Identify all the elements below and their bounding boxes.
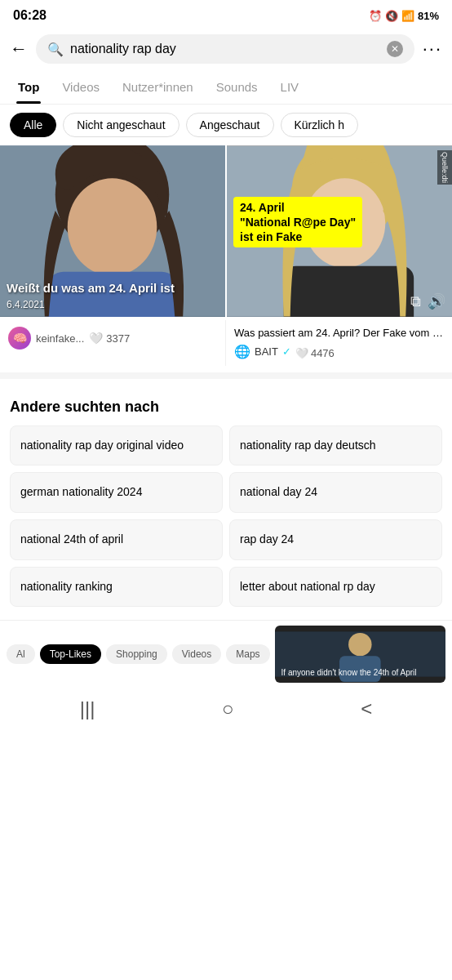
- search-chip-nat-ranking[interactable]: nationality ranking: [10, 567, 223, 608]
- alarm-icon: ⏰: [369, 10, 382, 22]
- nav-back-icon[interactable]: <: [361, 697, 372, 720]
- mute-icon: 🔇: [385, 10, 398, 22]
- channel-row-right: 🌐 BAIT ✓ 🤍 4476: [234, 344, 444, 359]
- search-icon: 🔍: [47, 42, 64, 57]
- video-info-right: Was passiert am 24. April? Der Fake vom …: [226, 320, 452, 366]
- clear-icon: ✕: [391, 43, 399, 55]
- search-chip-letter-nat[interactable]: letter about national rp day: [229, 567, 442, 608]
- username-left: keinfake...: [36, 332, 84, 345]
- back-button[interactable]: ←: [10, 38, 28, 60]
- more-options-button[interactable]: ···: [423, 38, 442, 60]
- search-suggestions-grid: nationality rap day original video natio…: [10, 425, 442, 607]
- tab-sounds[interactable]: Sounds: [205, 70, 269, 104]
- video-overlay-right: 24. April"National R@pe Day"ist ein Fake…: [227, 145, 452, 317]
- clear-button[interactable]: ✕: [387, 41, 403, 57]
- subtitle-icon: ⧉: [410, 293, 421, 310]
- video-desc-right: Was passiert am 24. April? Der Fake vom …: [234, 327, 444, 341]
- bottom-chip-videos[interactable]: Videos: [172, 644, 221, 664]
- status-time: 06:28: [13, 8, 47, 23]
- filter-angeschaut[interactable]: Angeschaut: [186, 113, 274, 137]
- section-separator: [0, 372, 452, 379]
- other-searches-section: Andere suchten nach nationality rap day …: [0, 385, 452, 613]
- search-chip-nrd-deutsch[interactable]: nationality rap day deutsch: [229, 425, 442, 466]
- filter-bar: Alle Nicht angeschaut Angeschaut Kürzlic…: [0, 105, 452, 145]
- heart-icon-right: 🤍: [295, 347, 308, 359]
- search-bar: ← 🔍 nationality rap day ✕ ···: [0, 28, 452, 70]
- like-count-right: 🤍 4476: [295, 347, 335, 359]
- bottom-chip-maps[interactable]: Maps: [226, 644, 269, 664]
- bottom-chip-shopping[interactable]: Shopping: [106, 644, 167, 664]
- video-date-left: 6.4.2021: [7, 299, 219, 310]
- search-chip-nat-day24[interactable]: national day 24: [229, 472, 442, 513]
- video-grid: Weißt du was am 24. April ist 6.4.2021: [0, 145, 452, 320]
- verified-badge-right: ✓: [282, 345, 291, 358]
- video-card-left[interactable]: Weißt du was am 24. April ist 6.4.2021: [0, 145, 225, 317]
- globe-icon: 🌐: [234, 344, 250, 359]
- nav-bar: ||| ○ <: [0, 688, 452, 737]
- bottom-video-preview[interactable]: If anyone didn't know the 24th of April: [275, 626, 445, 683]
- like-count-left: 🤍 3377: [89, 332, 130, 345]
- nav-circle-icon[interactable]: ○: [222, 697, 234, 720]
- preview-text: If anyone didn't know the 24th of April: [281, 667, 417, 678]
- heart-icon-left: 🤍: [89, 332, 103, 345]
- status-icons: ⏰ 🔇 📶 81%: [369, 10, 439, 22]
- video-info-left: 🧠 keinfake... 🤍 3377: [0, 320, 226, 366]
- tab-top[interactable]: Top: [7, 70, 51, 104]
- nav-home-icon[interactable]: |||: [80, 697, 95, 720]
- bottom-chip-toplikes[interactable]: Top-Likes: [40, 644, 101, 664]
- tab-bar: Top Videos Nutzer*innen Sounds LIV: [0, 70, 452, 105]
- video-overlay-left: Weißt du was am 24. April ist 6.4.2021: [0, 145, 225, 317]
- video-thumbnail-left: Weißt du was am 24. April ist 6.4.2021: [0, 145, 225, 317]
- signal-icon: 📶: [401, 10, 414, 22]
- filter-kuerzlich[interactable]: Kürzlich h: [281, 113, 358, 137]
- video-info-row: 🧠 keinfake... 🤍 3377 Was passiert am 24.…: [0, 320, 452, 366]
- search-input-wrapper[interactable]: 🔍 nationality rap day ✕: [36, 34, 414, 64]
- volume-icon: 🔊: [428, 292, 445, 310]
- video-title-left: Weißt du was am 24. April ist: [7, 280, 219, 296]
- video-icons-right: ⧉ 🔊: [233, 292, 445, 310]
- video-user-left: 🧠 keinfake... 🤍 3377: [8, 327, 217, 350]
- other-searches-title: Andere suchten nach: [10, 399, 442, 416]
- search-query: nationality rap day: [70, 42, 380, 56]
- status-bar: 06:28 ⏰ 🔇 📶 81%: [0, 0, 452, 28]
- tab-live[interactable]: LIV: [269, 70, 311, 104]
- video-badge-right: 24. April"National R@pe Day"ist ein Fake: [233, 197, 362, 248]
- search-chip-german-nat[interactable]: german nationality 2024: [10, 472, 223, 513]
- svg-point-11: [348, 633, 371, 656]
- filter-nicht-angeschaut[interactable]: Nicht angeschaut: [63, 113, 179, 137]
- video-card-right[interactable]: Quelle:dti 24. April"National R@pe Day"i…: [227, 145, 452, 317]
- search-chip-nrd-orig[interactable]: nationality rap day original video: [10, 425, 223, 466]
- bottom-bar: Al Top-Likes Shopping Videos Maps: [0, 620, 452, 688]
- video-thumbnail-right: Quelle:dti 24. April"National R@pe Day"i…: [227, 145, 452, 317]
- avatar-left: 🧠: [8, 327, 31, 350]
- channel-name-right: BAIT: [255, 345, 278, 358]
- tab-nutzer[interactable]: Nutzer*innen: [111, 70, 205, 104]
- filter-alle[interactable]: Alle: [10, 113, 56, 137]
- tab-videos[interactable]: Videos: [51, 70, 111, 104]
- search-chip-rap-day24[interactable]: rap day 24: [229, 519, 442, 560]
- bottom-chip-al[interactable]: Al: [7, 644, 35, 664]
- battery-level: 81%: [418, 10, 439, 22]
- search-chip-nat-24th[interactable]: national 24th of april: [10, 519, 223, 560]
